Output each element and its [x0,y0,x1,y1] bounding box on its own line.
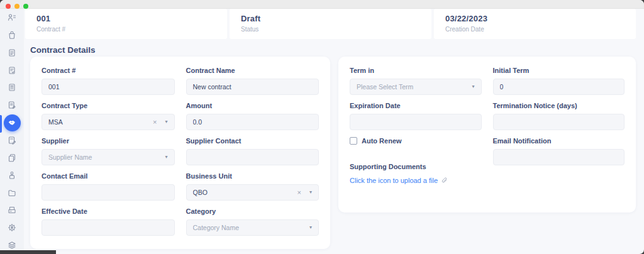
expiration-date-label: Expiration Date [350,102,482,110]
expiration-date-input[interactable] [350,114,482,130]
sidebar-item-1[interactable] [0,26,24,44]
layers-icon [7,240,17,250]
user-list-icon [7,13,17,23]
sidebar-item-9[interactable] [0,167,24,184]
summary-card-creation-date: 03/22/2023 Creation Date [434,9,636,39]
upload-file-link[interactable]: Click the icon to upload a file [350,177,482,184]
active-nav-pill [4,114,21,131]
sidebar-item-4[interactable] [0,79,24,96]
email-notification-input[interactable] [493,149,625,165]
summary-label: Status [241,26,431,33]
field-contract-type: Contract Type MSA × ▾ [42,102,175,130]
sidebar-item-12[interactable] [0,219,24,236]
supplier-placeholder: Supplier Name [48,153,165,161]
business-unit-label: Business Unit [186,172,319,180]
sidebar-item-0[interactable] [0,9,24,26]
summary-label: Contract # [36,26,227,33]
contract-number-input[interactable] [42,79,175,95]
paperclip-icon[interactable] [441,177,448,184]
contract-name-input[interactable] [186,79,319,95]
window-controls [6,4,28,9]
sidebar-item-2[interactable] [0,44,24,62]
contract-type-value: MSA [48,118,153,126]
business-unit-value: QBO [193,189,297,196]
sidebar-item-8[interactable] [0,149,24,167]
supplier-label: Supplier [42,137,175,145]
sidebar-item-5[interactable] [0,96,24,114]
auto-renew-checkbox[interactable] [350,137,357,145]
close-window-button[interactable] [6,4,11,9]
supplier-contact-input[interactable] [186,149,319,165]
maximize-window-button[interactable] [23,4,28,9]
sidebar-item-6[interactable] [0,114,24,131]
summary-label: Creation Date [445,26,636,33]
chevron-down-icon: ▾ [472,84,474,89]
initial-term-label: Initial Term [493,67,625,75]
document-icon [7,48,17,58]
supporting-documents-label: Supporting Documents [350,163,482,171]
main-content: 001 Contract # Draft Status 03/22/2023 C… [24,9,644,254]
clear-icon[interactable]: × [153,119,157,126]
field-effective-date: Effective Date [42,207,175,236]
chevron-down-icon: ▾ [309,225,312,230]
sidebar-nav [0,9,24,254]
effective-date-label: Effective Date [42,207,175,216]
contract-type-select[interactable]: MSA × ▾ [42,114,175,130]
category-select[interactable]: Category Name ▾ [186,219,319,236]
field-termination-notice: Termination Notice (days) [493,102,625,130]
field-category: Category Category Name ▾ [186,207,319,236]
contract-name-label: Contract Name [186,67,319,75]
field-term-in: Term in Please Select Term ▾ [350,67,482,95]
handshake-icon [8,118,17,128]
term-in-label: Term in [350,67,482,75]
summary-value: 001 [36,14,227,23]
screen-edge-artifact [0,250,56,254]
contact-email-input[interactable] [42,184,175,201]
business-unit-select[interactable]: QBO × ▾ [186,184,319,201]
sidebar-item-11[interactable] [0,201,24,219]
upload-link-text: Click the icon to upload a file [350,177,438,184]
document-check-icon [7,65,17,75]
field-initial-term: Initial Term [493,67,625,95]
minimize-window-button[interactable] [14,4,19,9]
folder-icon [7,188,17,198]
summary-value: 03/22/2023 [445,14,636,23]
field-auto-renew: Auto Renew [350,137,482,145]
email-notification-label: Email Notification [493,137,625,145]
termination-notice-input[interactable] [493,114,625,130]
sidebar-item-3[interactable] [0,62,24,79]
auto-renew-label: Auto Renew [362,137,402,145]
field-supplier: Supplier Supplier Name ▾ [42,137,175,165]
term-in-placeholder: Please Select Term [357,83,472,91]
person-briefcase-icon [7,170,17,180]
document-lines-icon [7,82,17,92]
summary-value: Draft [241,14,431,23]
supporting-documents-section: Supporting Documents Click the icon to u… [350,163,482,184]
page-title: Contract Details [30,45,96,55]
contract-number-label: Contract # [42,67,175,75]
sidebar-item-10[interactable] [0,184,24,202]
field-contract-number: Contract # [42,67,175,95]
copy-documents-icon [7,153,17,163]
effective-date-input[interactable] [42,219,175,236]
term-in-select[interactable]: Please Select Term ▾ [350,79,482,95]
field-amount: Amount [186,102,319,130]
field-contact-email: Contact Email [42,172,175,201]
contract-terms-card: Term in Please Select Term ▾ Expiration … [338,57,636,213]
supplier-select[interactable]: Supplier Name ▾ [42,149,175,165]
amount-label: Amount [186,102,319,110]
contract-details-card: Contract # Contract Type MSA × ▾ Supplie… [30,57,330,249]
document-edit-icon [7,135,17,145]
amount-input[interactable] [186,114,319,130]
shopping-bag-icon [7,30,17,40]
window-titlebar [0,0,644,9]
summary-card-contract-number: 001 Contract # [25,9,227,39]
clear-icon[interactable]: × [297,189,301,196]
summary-cards-row: 001 Contract # Draft Status 03/22/2023 C… [25,9,636,39]
field-email-notification: Email Notification [493,137,625,165]
field-supplier-contact: Supplier Contact [186,137,319,165]
clipboard-pen-icon [7,100,17,110]
supplier-contact-label: Supplier Contact [186,137,319,145]
initial-term-input[interactable] [493,79,625,95]
sidebar-item-7[interactable] [0,131,24,149]
